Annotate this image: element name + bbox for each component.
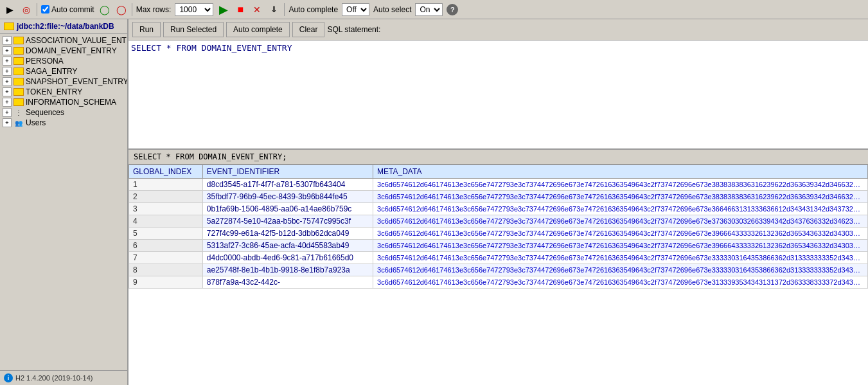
- tree-item-label: SAGA_ENTRY: [26, 67, 77, 76]
- tree-item-info-schema[interactable]: + INFORMATION_SCHEMA: [1, 97, 126, 107]
- tree-item-label: DOMAIN_EVENT_ENTRY: [26, 46, 117, 55]
- expand-icon[interactable]: +: [3, 87, 12, 96]
- col-header-event-id: EVENT_IDENTIFIER: [202, 165, 373, 179]
- table-row: 65313af27-3c86-45ae-acfa-40d45583ab493c6…: [129, 240, 868, 252]
- table-icon: [13, 67, 24, 75]
- cell-index: 3: [129, 203, 203, 215]
- auto-select-select[interactable]: On Off: [415, 3, 443, 16]
- target-icon[interactable]: ◎: [20, 3, 33, 16]
- expand-icon[interactable]: +: [3, 118, 12, 127]
- cell-event-id: 5a272874-5e10-42aa-b5bc-75747c995c3f: [202, 215, 373, 228]
- cell-meta-data: 3c6d6574612d646174613e3c656e7472793e3c73…: [373, 276, 868, 289]
- expand-icon[interactable]: +: [3, 77, 12, 86]
- tree-item-label: ASSOCIATION_VALUE_ENT: [26, 36, 127, 45]
- auto-complete-button[interactable]: Auto complete: [226, 22, 290, 37]
- tree-item-users[interactable]: + 👥 Users: [1, 118, 126, 128]
- cell-meta-data: 3c6d6574612d646174613e3c656e7472793e3c73…: [373, 252, 868, 264]
- cell-index: 9: [129, 276, 203, 289]
- clear-button[interactable]: Clear: [292, 22, 325, 37]
- cell-index: 1: [129, 179, 203, 191]
- table-row: 1d8cd3545-a17f-4f7f-a781-5307fb6434043c6…: [129, 179, 868, 191]
- table-row: 45a272874-5e10-42aa-b5bc-75747c995c3f3c6…: [129, 215, 868, 228]
- sql-editor[interactable]: SELECT * FROM DOMAIN_EVENT_ENTRY: [128, 40, 868, 150]
- tree-item-persona[interactable]: + PERSONA: [1, 56, 126, 66]
- separator-1: [37, 3, 37, 16]
- tree-item-label: Users: [26, 118, 46, 127]
- commit-icon[interactable]: ◯: [98, 3, 111, 16]
- run-icon[interactable]: ▶: [217, 3, 230, 16]
- auto-select-label: Auto select: [373, 5, 411, 14]
- auto-commit-checkbox[interactable]: [41, 5, 49, 13]
- results-header: SELECT * FROM DOMAIN_EVENT_ENTRY;: [128, 150, 868, 165]
- table-row: 30b1fa69b-1506-4895-aa06-a14ae86b759c3c6…: [129, 203, 868, 215]
- max-rows-select[interactable]: 1000 500 100 10000: [175, 3, 213, 16]
- version-label: i H2 1.4.200 (2019-10-14): [0, 370, 127, 385]
- connection-label: jdbc:h2:file:~/data/bankDB: [0, 19, 127, 34]
- tree-item-saga[interactable]: + SAGA_ENTRY: [1, 66, 126, 76]
- sql-content: SELECT * FROM DOMAIN_EVENT_ENTRY: [131, 43, 292, 53]
- results-tbody: 1d8cd3545-a17f-4f7f-a781-5307fb6434043c6…: [129, 179, 868, 289]
- cell-index: 5: [129, 228, 203, 240]
- version-text: H2 1.4.200 (2019-10-14): [15, 374, 93, 382]
- table-icon: [13, 88, 24, 96]
- tree-item-label: TOKEN_ENTRY: [26, 87, 82, 96]
- cell-event-id: 5313af27-3c86-45ae-acfa-40d45583ab49: [202, 240, 373, 252]
- help-icon[interactable]: ?: [447, 4, 458, 15]
- cell-event-id: 727f4c99-e61a-42f5-b12d-3dbb62dca049: [202, 228, 373, 240]
- sequences-icon: ⋮: [13, 109, 24, 116]
- tree-item-token[interactable]: + TOKEN_ENTRY: [1, 87, 126, 97]
- run-button[interactable]: Run: [132, 22, 161, 37]
- run-selected-button[interactable]: Run Selected: [163, 22, 224, 37]
- stop-icon[interactable]: ■: [234, 3, 247, 16]
- folder-icon: [13, 98, 24, 106]
- cell-meta-data: 3c6d6574612d646174613e3c656e7472793e3c73…: [373, 203, 868, 215]
- table-row: 235fbdf77-96b9-45ec-8439-3b96b844fe453c6…: [129, 191, 868, 203]
- cell-event-id: 0b1fa69b-1506-4895-aa06-a14ae86b759c: [202, 203, 373, 215]
- expand-icon[interactable]: +: [3, 67, 12, 76]
- tree-item-label: INFORMATION_SCHEMA: [26, 98, 116, 107]
- cell-event-id: 878f7a9a-43c2-442c-: [202, 276, 373, 289]
- cell-meta-data: 3c6d6574612d646174613e3c656e7472793e3c73…: [373, 215, 868, 228]
- cell-meta-data: 3c6d6574612d646174613e3c656e7472793e3c73…: [373, 240, 868, 252]
- cell-index: 7: [129, 252, 203, 264]
- tree-item-label: Sequences: [26, 108, 64, 117]
- left-panel: jdbc:h2:file:~/data/bankDB + ASSOCIATION…: [0, 19, 128, 385]
- table-row: 9878f7a9a-43c2-442c-3c6d6574612d64617461…: [129, 276, 868, 289]
- clear-results-icon[interactable]: ✕: [251, 3, 263, 16]
- cell-event-id: d8cd3545-a17f-4f7f-a781-5307fb643404: [202, 179, 373, 191]
- sql-toolbar: Run Run Selected Auto complete Clear SQL…: [128, 19, 868, 40]
- separator-3: [284, 3, 285, 16]
- tree-item-sequences[interactable]: + ⋮ Sequences: [1, 107, 126, 118]
- export-icon[interactable]: ⇓: [267, 3, 280, 16]
- tree-item-association[interactable]: + ASSOCIATION_VALUE_ENT: [1, 35, 126, 46]
- cell-index: 4: [129, 215, 203, 228]
- cell-index: 6: [129, 240, 203, 252]
- expand-icon[interactable]: +: [3, 98, 12, 107]
- separator-2: [132, 3, 132, 16]
- cursor-icon[interactable]: ▶: [3, 3, 16, 16]
- tree: + ASSOCIATION_VALUE_ENT + DOMAIN_EVENT_E…: [0, 34, 127, 370]
- cell-event-id: 35fbdf77-96b9-45ec-8439-3b96b844fe45: [202, 191, 373, 203]
- connection-text: jdbc:h2:file:~/data/bankDB: [17, 22, 114, 31]
- auto-complete-select[interactable]: Off On: [342, 3, 369, 16]
- auto-commit-text: Auto commit: [51, 5, 94, 14]
- table-icon: [13, 57, 24, 65]
- table-row: 8ae25748f-8e1b-4b1b-9918-8e1f8b7a923a3c6…: [129, 264, 868, 276]
- tree-item-snapshot[interactable]: + SNAPSHOT_EVENT_ENTRY: [1, 76, 126, 87]
- auto-commit-label[interactable]: Auto commit: [41, 5, 94, 14]
- expand-icon[interactable]: +: [3, 57, 12, 66]
- users-icon: 👥: [13, 119, 24, 127]
- expand-icon[interactable]: +: [3, 46, 12, 55]
- tree-item-domain-event[interactable]: + DOMAIN_EVENT_ENTRY: [1, 46, 126, 56]
- results-area[interactable]: SELECT * FROM DOMAIN_EVENT_ENTRY; GLOBAL…: [128, 150, 868, 385]
- max-rows-label: Max rows:: [136, 5, 172, 14]
- cell-meta-data: 3c6d6574612d646174613e3c656e7472793e3c73…: [373, 191, 868, 203]
- rollback-icon[interactable]: ◯: [115, 3, 128, 16]
- right-panel: Run Run Selected Auto complete Clear SQL…: [128, 19, 868, 385]
- cell-meta-data: 3c6d6574612d646174613e3c656e7472793e3c73…: [373, 228, 868, 240]
- tree-item-label: PERSONA: [26, 57, 64, 66]
- main-area: jdbc:h2:file:~/data/bankDB + ASSOCIATION…: [0, 19, 868, 385]
- expand-icon[interactable]: +: [3, 108, 12, 117]
- expand-icon[interactable]: +: [3, 36, 12, 45]
- table-icon: [13, 47, 24, 55]
